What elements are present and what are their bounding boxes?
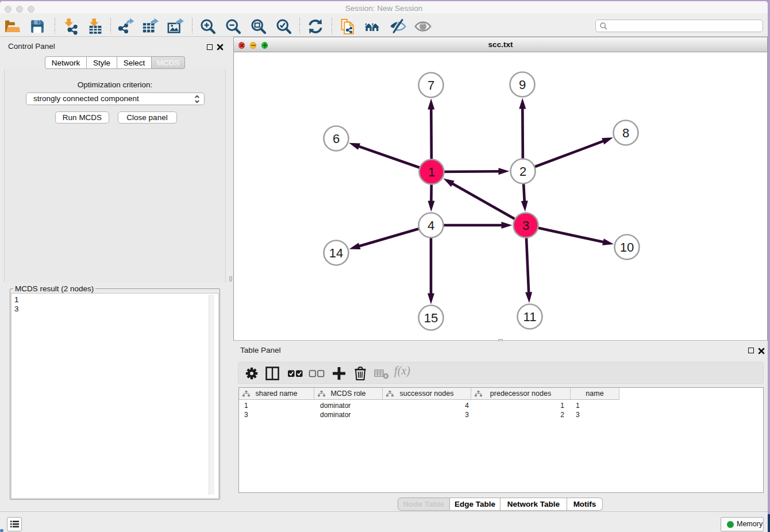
svg-text:6: 6 — [333, 132, 340, 146]
svg-text:3: 3 — [522, 218, 529, 233]
svg-text:2: 2 — [519, 164, 526, 179]
svg-text:10: 10 — [620, 240, 634, 255]
svg-text:14: 14 — [329, 246, 343, 260]
svg-text:4: 4 — [428, 218, 434, 233]
svg-text:8: 8 — [622, 126, 629, 140]
svg-text:15: 15 — [424, 311, 438, 325]
svg-text:7: 7 — [428, 78, 434, 92]
svg-text:11: 11 — [523, 310, 537, 324]
svg-text:1: 1 — [428, 165, 435, 179]
svg-text:9: 9 — [519, 78, 526, 92]
